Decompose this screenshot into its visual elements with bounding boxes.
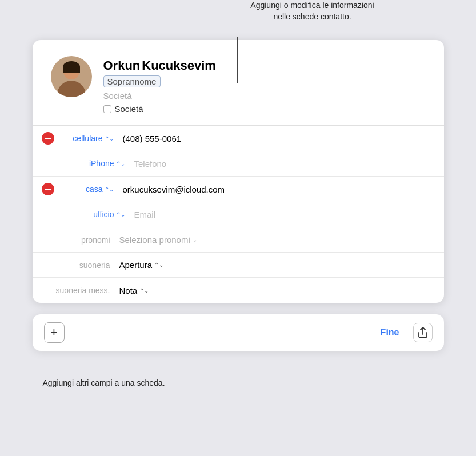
suoneria-row: suoneria Apertura ⌃⌄ xyxy=(33,253,444,278)
suoneria-chevron-icon: ⌃⌄ xyxy=(154,262,163,268)
tooltip-pointer-line xyxy=(237,37,238,83)
share-icon xyxy=(418,327,428,338)
suoneria-mess-value-text: Nota xyxy=(119,286,138,295)
company-placeholder[interactable]: Società xyxy=(103,91,426,101)
email-label-2-chevron: ⌃⌄ xyxy=(116,211,125,218)
suoneria-mess-value[interactable]: Nota ⌃⌄ xyxy=(119,286,149,295)
tooltip-bottom: Aggiungi altri campi a una scheda. xyxy=(33,358,444,387)
tooltip-top-line1: Aggiungi o modifica le informazioni xyxy=(250,1,374,10)
nickname-field[interactable]: Soprannome xyxy=(103,75,161,87)
contact-card: Orkun Kucuksevim Soprannome Società Soci… xyxy=(33,40,444,303)
add-pointer-line xyxy=(54,355,54,376)
company-checkbox[interactable] xyxy=(103,105,111,113)
share-button[interactable] xyxy=(413,323,433,342)
phone-label-1[interactable]: cellulare ⌃⌄ xyxy=(62,134,114,143)
phone-value-2[interactable]: Telefono xyxy=(132,159,435,169)
suoneria-mess-label: suoneria mess. xyxy=(42,286,110,295)
company-checkbox-row: Società xyxy=(103,104,426,114)
text-cursor xyxy=(141,58,141,70)
phone-row-2: iPhone ⌃⌄ Telefono xyxy=(33,151,444,176)
phone-field-group: cellulare ⌃⌄ (408) 555-0061 iPhone ⌃⌄ Te… xyxy=(33,126,444,177)
contact-fields: cellulare ⌃⌄ (408) 555-0061 iPhone ⌃⌄ Te… xyxy=(33,126,444,303)
email-label-2-text: ufficio xyxy=(93,210,114,219)
pronomi-placeholder: Seleziona pronomi xyxy=(119,235,190,245)
email-label-2[interactable]: ufficio ⌃⌄ xyxy=(74,210,125,219)
tooltip-bottom-wrapper: Aggiungi altri campi a una scheda. xyxy=(33,358,444,387)
contact-info: Orkun Kucuksevim Soprannome Società Soci… xyxy=(103,56,426,114)
email-row-2: ufficio ⌃⌄ Email xyxy=(33,202,444,227)
done-button[interactable]: Fine xyxy=(374,324,406,341)
nickname-placeholder: Soprannome xyxy=(107,77,157,86)
avatar-hair xyxy=(63,61,80,73)
phone-label-1-text: cellulare xyxy=(73,134,102,143)
email-field-group: casa ⌃⌄ orkucuksevim@icloud.com ufficio … xyxy=(33,177,444,227)
suoneria-mess-chevron-icon: ⌃⌄ xyxy=(139,287,149,294)
phone-label-1-chevron: ⌃⌄ xyxy=(105,135,114,142)
pronomi-select[interactable]: Seleziona pronomi ⌄ xyxy=(119,235,197,245)
email-label-1-chevron: ⌃⌄ xyxy=(105,186,114,193)
email-label-1-text: casa xyxy=(86,185,103,194)
email-value-1[interactable]: orkucuksevim@icloud.com xyxy=(121,185,435,194)
add-button-label: + xyxy=(50,325,58,340)
avatar-body xyxy=(57,81,86,97)
remove-phone-button[interactable] xyxy=(42,132,54,145)
contact-header: Orkun Kucuksevim Soprannome Società Soci… xyxy=(33,40,444,126)
email-label-1[interactable]: casa ⌃⌄ xyxy=(62,185,114,194)
contact-name: Orkun Kucuksevim xyxy=(103,58,426,73)
email-value-2[interactable]: Email xyxy=(132,210,435,219)
phone-row-1: cellulare ⌃⌄ (408) 555-0061 xyxy=(33,126,444,151)
suoneria-value-text: Apertura xyxy=(119,260,153,270)
phone-label-2-text: iPhone xyxy=(89,159,114,168)
company-label: Società xyxy=(115,104,143,114)
phone-label-2[interactable]: iPhone ⌃⌄ xyxy=(74,159,125,168)
suoneria-label: suoneria xyxy=(42,261,110,270)
suoneria-value[interactable]: Apertura ⌃⌄ xyxy=(119,260,164,270)
phone-value-1[interactable]: (408) 555-0061 xyxy=(121,134,435,143)
email-row-1: casa ⌃⌄ orkucuksevim@icloud.com xyxy=(33,177,444,202)
pronomi-row: pronomi Seleziona pronomi ⌄ xyxy=(33,227,444,253)
remove-email-button[interactable] xyxy=(42,183,54,195)
bottom-toolbar: + Fine xyxy=(33,314,444,351)
avatar-person xyxy=(54,60,89,97)
last-name[interactable]: Kucuksevim xyxy=(142,58,216,73)
phone-label-2-chevron: ⌃⌄ xyxy=(116,161,125,167)
first-name[interactable]: Orkun xyxy=(103,58,141,73)
tooltip-top: Aggiungi o modifica le informazioni nell… xyxy=(233,0,393,22)
pronomi-chevron-icon: ⌄ xyxy=(193,237,197,243)
right-buttons: Fine xyxy=(374,323,433,342)
pronomi-label: pronomi xyxy=(42,235,110,245)
suoneria-mess-row: suoneria mess. Nota ⌃⌄ xyxy=(33,278,444,303)
tooltip-top-line2: nelle schede contatto. xyxy=(273,12,351,21)
avatar xyxy=(51,56,92,97)
add-field-button[interactable]: + xyxy=(44,322,65,343)
